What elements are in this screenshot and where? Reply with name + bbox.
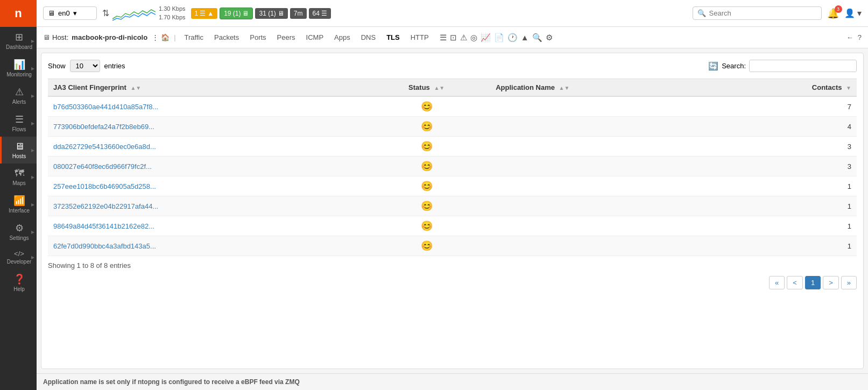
tab-http[interactable]: HTTP [406,31,433,44]
interface-selector[interactable]: 🖥 en0 ▾ [43,6,97,20]
monitoring-icon: 📊 [13,59,25,70]
tab-packets[interactable]: Packets [210,31,243,44]
clock-icon[interactable]: 🕐 [507,33,518,42]
sidebar-item-hosts[interactable]: 🖥 Hosts ▶ [0,137,37,164]
tab-traffic[interactable]: Traffic [180,31,208,44]
host-nav: 🖥 Host: macbook-pro-di-nicolo ⋮ 🏠 | Traf… [37,27,868,48]
grid-icon[interactable]: ⊡ [450,33,457,42]
contacts-cell: 1 [721,176,857,196]
fingerprint-link[interactable]: 62fe7d0d990bbc4a3afbd143a5... [53,242,156,250]
tab-tls[interactable]: TLS [382,31,404,44]
sort-icon[interactable]: ▼ [846,85,851,91]
interface-name: en0 [58,9,70,17]
status-ok-icon: 😊 [421,141,433,152]
alerts-badge[interactable]: 1 ☰ ▲ [191,8,218,19]
help-icon[interactable]: ? [858,33,862,41]
sidebar-item-alerts[interactable]: ⚠ Alerts ▶ [0,82,37,109]
flows-icon: ☰ [15,114,24,125]
sidebar-item-dashboard[interactable]: ⊞ Dashboard ▶ [0,27,37,54]
traffic-sparkline [112,5,156,22]
table-row: 98649a84d45f36141b2162e82...😊1 [48,216,857,236]
flows-count-badge[interactable]: 31 (1) 🖥 [255,8,287,19]
global-search-box[interactable]: 🔍 [693,6,822,20]
sidebar-label-flows: Flows [12,126,26,132]
tab-icmp[interactable]: ICMP [302,31,328,44]
refresh-icon[interactable]: 🔄 [708,61,718,71]
sidebar-label-interface: Interface [9,208,30,214]
host-nav-right: ← ? [846,33,862,41]
list-icon[interactable]: ☰ [440,33,447,42]
fingerprint-link[interactable]: 257eee1018bc6b46905a5d258... [53,182,156,190]
app-logo[interactable]: n [0,0,37,27]
fingerprint-link[interactable]: 98649a84d45f36141b2162e82... [53,222,154,230]
status-cell: 😊 [363,176,490,196]
sort-icon[interactable]: ▲▼ [130,85,141,91]
fingerprint-link[interactable]: dda262729e5413660ec0e6a8d... [53,143,156,151]
notifications-bell[interactable]: 🔔 3 [827,8,839,19]
tab-peers[interactable]: Peers [273,31,300,44]
sidebar-item-help[interactable]: ❓ Help [0,269,37,296]
sidebar-item-developer[interactable]: </> Developer ▶ [0,245,37,269]
traffic-up: 1.30 Kbps [159,5,186,13]
minutes-badge[interactable]: 7m [290,8,307,19]
sidebar-item-flows[interactable]: ☰ Flows ▶ [0,109,37,137]
tab-apps[interactable]: Apps [330,31,355,44]
circle-icon[interactable]: ◎ [470,33,477,42]
chart-icon[interactable]: 📈 [481,33,491,42]
search-icon: 🔍 [697,9,706,17]
contacts-cell: 1 [721,216,857,236]
user-menu[interactable]: 👤 ▾ [844,8,862,18]
sidebar: n ⊞ Dashboard ▶ 📊 Monitoring ▶ ⚠ Alerts … [0,0,37,390]
sort-icon[interactable]: ▲▼ [434,85,444,91]
table-search-input[interactable] [749,60,857,72]
status-cell: 😊 [363,117,490,137]
doc-icon[interactable]: 📄 [494,33,504,42]
chevron-down-icon: ▾ [73,9,77,17]
sidebar-item-settings[interactable]: ⚙ Settings ▶ [0,218,37,245]
fingerprint-link[interactable]: 080027e640f8ec6d966f79fc2f... [53,162,152,171]
prev-page-button[interactable]: < [787,276,803,289]
last-page-button[interactable]: » [841,276,857,289]
badge-count: 1 [195,10,199,17]
back-icon[interactable]: ← [846,33,853,41]
mountain-icon[interactable]: ▲ [521,33,529,42]
sidebar-item-monitoring[interactable]: 📊 Monitoring ▶ [0,54,37,82]
list-icon: ☰ [200,10,206,17]
interface-icon: 🖥 [48,9,55,17]
tab-dns[interactable]: DNS [357,31,380,44]
tab-ports[interactable]: Ports [245,31,270,44]
gear-icon[interactable]: ⚙ [546,33,553,42]
alert-icon[interactable]: ⚠ [460,33,467,42]
entries-per-page[interactable]: 10 25 50 100 [70,60,100,72]
first-page-button[interactable]: « [769,276,785,289]
sidebar-label-hosts: Hosts [12,153,26,159]
note-text: Application name is set only if ntopng i… [43,378,300,386]
app-name-cell [490,96,721,117]
app-name-cell [490,216,721,236]
dashboard-icon: ⊞ [15,31,23,43]
contacts-cell: 1 [721,196,857,216]
hosts-count-badge[interactable]: 19 (1) 🖥 [220,8,253,19]
col-contacts: Contacts ▼ [721,79,857,97]
fingerprint-link[interactable]: 773906b0efdefa24a7f2b8eb69... [53,123,154,131]
current-page-button[interactable]: 1 [805,276,821,289]
contacts-cell: 3 [721,157,857,176]
list-icon: ☰ [321,10,327,17]
search-input[interactable] [709,9,817,17]
count64-badge[interactable]: 64 ☰ [309,8,331,19]
fingerprint-link[interactable]: 372352e62192e04b22917afa44... [53,202,158,210]
badge-group: 1 ☰ ▲ 19 (1) 🖥 31 (1) 🖥 7m 64 ☰ [191,8,687,19]
monitor-icon: 🖥 [43,33,50,41]
sidebar-label-settings: Settings [9,235,29,241]
topbar: 🖥 en0 ▾ ⇅ 1.30 Kbps 1.70 Kbps 1 ☰ ▲ 19 (… [37,0,868,27]
sidebar-item-interface[interactable]: 📶 Interface ▶ [0,190,37,218]
next-page-button[interactable]: > [823,276,839,289]
fingerprint-link[interactable]: b76d503360ae441d410a85a7f8... [53,103,158,111]
sort-icon[interactable]: ▲▼ [559,85,570,91]
zoom-icon[interactable]: 🔍 [532,33,542,42]
sidebar-label-monitoring: Monitoring [6,72,32,77]
home-icon[interactable]: 🏠 [161,33,170,41]
status-ok-icon: 😊 [421,221,433,231]
developer-icon: </> [14,250,24,258]
sidebar-item-maps[interactable]: 🗺 Maps ▶ [0,164,37,190]
